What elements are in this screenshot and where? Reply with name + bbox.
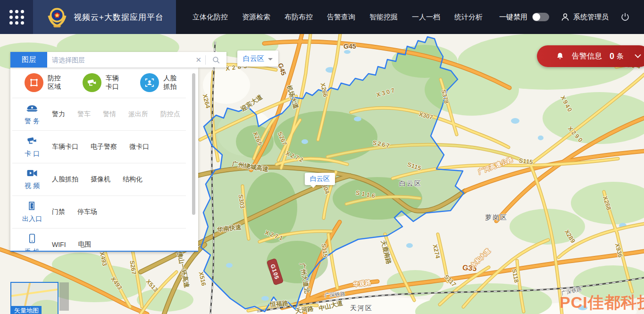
user-icon: [560, 12, 570, 22]
layer-group-row: 警 务警力警车警情派出所防控点: [12, 98, 186, 130]
layer-search-bar: 图层 ✕: [10, 52, 226, 68]
panel-scrollbar[interactable]: [192, 73, 195, 215]
layer-groups: 警 务警力警车警情派出所防控点卡 口车辆卡口电子警察微卡口视 频人脸抓拍摄像机结…: [10, 98, 198, 252]
nav-item-5[interactable]: 智能挖掘: [369, 13, 398, 22]
vendor-watermark: PCI佳都科技: [560, 292, 644, 314]
minimap-road: [10, 287, 59, 297]
layer-category-label: 视 频: [25, 182, 40, 190]
alert-banner[interactable]: 告警信息 0 条: [537, 45, 644, 67]
brand-area: 视频云+大数据应用平台: [33, 0, 176, 34]
video-icon: [26, 169, 38, 180]
layer-category[interactable]: 手 机: [12, 233, 52, 252]
cctv2-icon: [26, 136, 38, 148]
quick-disable-control: 一键禁用: [499, 0, 549, 34]
layer-item-list: 警力警车警情派出所防控点: [52, 110, 192, 119]
layer-category-label: 手 机: [25, 248, 40, 252]
layer-category[interactable]: 视 频: [12, 169, 52, 190]
layer-group-row: 手 机WIFI电围: [12, 228, 186, 252]
search-icon: [212, 56, 220, 64]
search-button[interactable]: [206, 56, 226, 64]
user-menu[interactable]: 系统管理员: [560, 0, 609, 34]
layer-category-label: 卡 口: [25, 150, 40, 158]
user-name: 系统管理员: [573, 13, 609, 22]
district-select-dropdown[interactable]: 白云区: [237, 51, 278, 67]
logout-power-button[interactable]: [620, 0, 630, 34]
quick-layer-row: 防控区域车辆卡口人脸抓拍: [10, 68, 198, 98]
district-select-value: 白云区: [243, 54, 264, 63]
layer-item-list: 门禁停车场: [52, 208, 186, 216]
nav-item-7[interactable]: 统计分析: [454, 13, 483, 22]
phone-icon: [28, 233, 36, 246]
bell-icon: [556, 52, 564, 60]
layer-search-input[interactable]: [47, 56, 192, 64]
quick-layer-label: 人脸抓拍: [163, 74, 182, 91]
layer-item[interactable]: 摄像机: [91, 175, 110, 184]
layer-item[interactable]: 派出所: [128, 110, 148, 119]
layer-group-row: 出入口门禁停车场: [12, 195, 186, 228]
app-window: X283X283G45G45X264迎宾大道机场大道X266X307X307S3…: [0, 0, 644, 314]
layer-item-list: 人脸抓拍摄像机结构化: [52, 175, 186, 184]
layer-item-list: 车辆卡口电子警察微卡口: [52, 143, 186, 151]
alert-label: 告警信息: [572, 51, 602, 61]
layer-group-row: 视 频人脸抓拍摄像机结构化: [12, 163, 186, 195]
nav-item-2[interactable]: 资源检索: [242, 13, 270, 22]
face-icon: [140, 73, 159, 92]
clear-search-icon[interactable]: ✕: [192, 56, 205, 64]
layer-item[interactable]: WIFI: [52, 241, 66, 248]
layer-item[interactable]: 警车: [77, 110, 91, 119]
district-tooltip[interactable]: 白云区: [305, 173, 335, 185]
region-icon: [25, 73, 43, 92]
layer-item[interactable]: 结构化: [123, 175, 142, 184]
top-navigation-bar: 视频云+大数据应用平台 立体化防控资源检索布防布控告警查询智能挖掘一人一档统计分…: [0, 0, 644, 34]
layer-item[interactable]: 防控点: [160, 110, 180, 119]
cctv-icon: [83, 73, 101, 92]
police-icon: [26, 103, 38, 115]
quick-layer-label: 防控区域: [48, 74, 67, 91]
quick-layer-region[interactable]: 防控区域: [25, 73, 67, 92]
main-nav: 立体化防控资源检索布防布控告警查询智能挖掘一人一档统计分析: [176, 0, 497, 34]
nav-item-1[interactable]: 立体化防控: [192, 13, 228, 22]
power-icon: [620, 12, 630, 22]
layer-category-label: 出入口: [22, 215, 42, 223]
layer-item[interactable]: 车辆卡口: [52, 143, 78, 151]
alert-count: 0: [610, 51, 614, 61]
layer-category[interactable]: 卡 口: [12, 136, 52, 158]
minimap-label: 矢量地图: [11, 306, 42, 314]
quick-disable-label: 一键禁用: [499, 13, 527, 22]
layer-panel: 防控区域车辆卡口人脸抓拍 警 务警力警车警情派出所防控点卡 口车辆卡口电子警察微…: [10, 68, 198, 252]
layer-category-label: 警 务: [25, 117, 40, 126]
layer-item[interactable]: 停车场: [77, 208, 97, 216]
alert-expand-chevron-icon[interactable]: [634, 53, 642, 59]
layer-item[interactable]: 微卡口: [129, 143, 149, 151]
chevron-down-icon: [268, 58, 273, 60]
layer-item[interactable]: 门禁: [52, 208, 65, 216]
app-title: 视频云+大数据应用平台: [74, 12, 164, 23]
quick-layer-label: 车辆卡口: [106, 74, 125, 91]
layer-category[interactable]: 出入口: [12, 201, 52, 223]
quick-disable-toggle[interactable]: [532, 13, 549, 21]
quick-layer-face[interactable]: 人脸抓拍: [140, 73, 182, 92]
layer-item-list: WIFI电围: [52, 240, 186, 249]
nav-item-3[interactable]: 布防布控: [284, 13, 313, 22]
layer-category[interactable]: 警 务: [12, 103, 52, 126]
layer-group-row: 卡 口车辆卡口电子警察微卡口: [12, 130, 186, 163]
layer-item[interactable]: 人脸抓拍: [52, 175, 78, 184]
app-grid-menu-button[interactable]: [0, 0, 33, 34]
grid-menu-icon: [9, 10, 24, 25]
minimap-switcher[interactable]: 矢量地图: [10, 282, 59, 314]
layer-item[interactable]: 警情: [103, 110, 116, 119]
door-icon: [27, 201, 37, 213]
minimap-expand-strip[interactable]: [59, 282, 69, 311]
layer-item[interactable]: 警力: [52, 110, 65, 119]
layer-item[interactable]: 电子警察: [91, 143, 117, 151]
layer-tab-button[interactable]: 图层: [10, 52, 47, 68]
layer-item[interactable]: 电围: [78, 240, 92, 249]
police-emblem-logo: [46, 5, 68, 29]
nav-item-6[interactable]: 一人一档: [412, 13, 440, 22]
district-tooltip-label: 白云区: [310, 175, 330, 182]
nav-item-4[interactable]: 告警查询: [327, 13, 355, 22]
quick-layer-cctv[interactable]: 车辆卡口: [83, 73, 125, 92]
alert-unit: 条: [617, 52, 624, 61]
